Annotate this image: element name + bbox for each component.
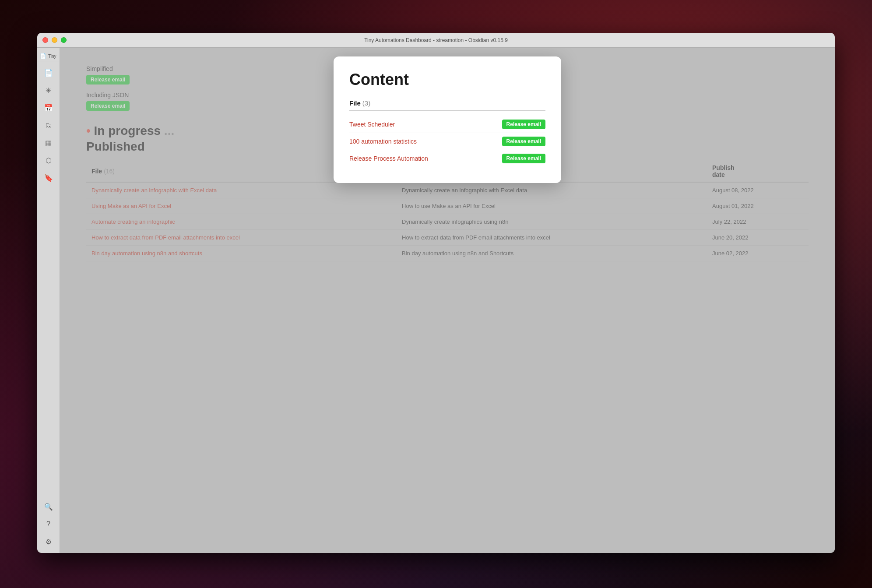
table-sidebar-icon: ▦: [45, 139, 52, 147]
window-body: 📄 Tiny Automations Dashboard 📄 ✳ 📅 🗂 ▦ ⬡: [37, 48, 835, 553]
sidebar-item-graph[interactable]: ⬡: [41, 152, 56, 168]
mac-window: Tiny Automations Dashboard - streamotion…: [37, 33, 835, 553]
modal-file-row: Release Process Automation Release email: [349, 150, 545, 167]
database-sidebar-icon: 🗂: [45, 121, 52, 129]
modal-files-list: Tweet Scheduler Release email 100 automa…: [349, 116, 545, 167]
modal-section-count: (3): [362, 99, 370, 107]
modal-section-label: File: [349, 99, 361, 107]
sidebar-item-bookmarks[interactable]: 🔖: [41, 170, 56, 186]
modal-release-email-button-1[interactable]: Release email: [502, 137, 545, 146]
modal-file-link[interactable]: Release Process Automation: [349, 155, 428, 162]
modal-release-email-button-2[interactable]: Release email: [502, 154, 545, 163]
sidebar-item-plugins[interactable]: ✳: [41, 82, 56, 98]
files-sidebar-icon: 📄: [44, 69, 53, 77]
sidebar-item-calendar[interactable]: 📅: [41, 100, 56, 116]
modal-title: Content: [349, 70, 545, 89]
modal-file-row: 100 automation statistics Release email: [349, 133, 545, 150]
main-content[interactable]: Simplified Release email Including JSON …: [60, 48, 835, 553]
file-doc-icon: 📄: [40, 53, 46, 59]
help-sidebar-icon: ?: [46, 520, 50, 528]
modal-file-link[interactable]: 100 automation statistics: [349, 138, 417, 145]
title-bar: Tiny Automations Dashboard - streamotion…: [37, 33, 835, 48]
sidebar-item-table[interactable]: ▦: [41, 135, 56, 151]
settings-sidebar-icon: ⚙: [46, 538, 52, 546]
sidebar-item-settings[interactable]: ⚙: [41, 534, 56, 549]
modal-release-email-button-0[interactable]: Release email: [502, 120, 545, 129]
window-title: Tiny Automations Dashboard - streamotion…: [364, 37, 508, 43]
maximize-button[interactable]: [61, 37, 67, 43]
close-button[interactable]: [42, 37, 48, 43]
plugins-sidebar-icon: ✳: [46, 86, 51, 95]
search-sidebar-icon: 🔍: [44, 503, 53, 511]
sidebar: 📄 Tiny Automations Dashboard 📄 ✳ 📅 🗂 ▦ ⬡: [37, 48, 60, 553]
modal-backdrop: Content File (3) Tweet Scheduler Release…: [60, 48, 835, 553]
modal-dialog: Content File (3) Tweet Scheduler Release…: [334, 56, 561, 183]
sidebar-item-files[interactable]: 📄: [41, 65, 56, 81]
sidebar-file-header: 📄 Tiny Automations Dashboard: [37, 51, 60, 61]
modal-section-header: File (3): [349, 99, 545, 111]
calendar-sidebar-icon: 📅: [44, 104, 53, 112]
modal-file-link[interactable]: Tweet Scheduler: [349, 121, 395, 128]
sidebar-item-search[interactable]: 🔍: [41, 499, 56, 514]
graph-sidebar-icon: ⬡: [46, 156, 52, 165]
bookmarks-sidebar-icon: 🔖: [44, 174, 53, 182]
traffic-lights: [42, 37, 67, 43]
sidebar-item-help[interactable]: ?: [41, 516, 56, 532]
modal-file-row: Tweet Scheduler Release email: [349, 116, 545, 133]
minimize-button[interactable]: [52, 37, 57, 43]
sidebar-item-database[interactable]: 🗂: [41, 117, 56, 133]
sidebar-doc-title: Tiny Automations Dashboard: [48, 54, 57, 59]
sidebar-bottom: 🔍 ? ⚙: [41, 499, 56, 549]
